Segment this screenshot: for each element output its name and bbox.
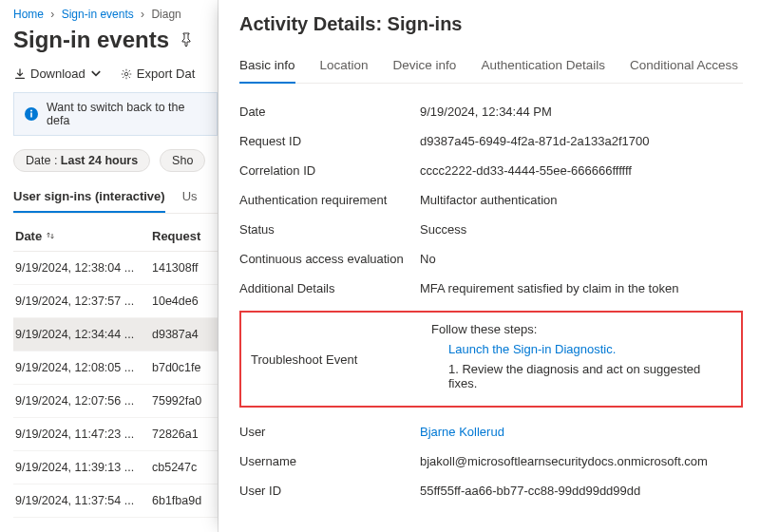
breadcrumb-home[interactable]: Home (13, 8, 44, 21)
field-date-key: Date (239, 104, 420, 119)
left-panel: Home › Sign-in events › Diagn Sign-in ev… (0, 0, 218, 532)
table-row[interactable]: 9/19/2024, 11:37:54 ...6b1fba9d (13, 484, 218, 518)
cell-request-id: 10e4de6 (146, 294, 218, 308)
field-correlation-id: Correlation ID cccc2222-dd33-4444-55ee-6… (239, 156, 743, 185)
details-title: Activity Details: Sign-ins (239, 13, 743, 35)
field-additional-details-key: Additional Details (239, 281, 420, 295)
cell-request-id: b7d0c1fe (146, 361, 218, 374)
details-tabs: Basic info Location Device info Authenti… (239, 52, 743, 84)
col-header-request[interactable]: Request (146, 229, 218, 243)
svg-rect-2 (30, 113, 32, 118)
col-header-date[interactable]: Date (13, 229, 146, 243)
field-troubleshoot-val: Follow these steps: Launch the Sign-in D… (431, 322, 732, 396)
field-troubleshoot-key: Troubleshoot Event (251, 322, 431, 396)
cell-date: 9/19/2024, 12:38:04 ... (13, 261, 146, 275)
svg-point-0 (124, 72, 128, 76)
table-row[interactable]: 9/19/2024, 11:47:23 ...72826a1 (13, 418, 218, 451)
field-cae: Continuous access evaluation No (239, 244, 743, 274)
field-username-val: bjakoll@microsoftlearnsecuritydocs.onmic… (420, 454, 743, 468)
grid-header: Date Request (13, 219, 218, 252)
tab-conditional-access[interactable]: Conditional Access (630, 52, 738, 83)
table-row[interactable]: 9/19/2024, 12:37:57 ...10e4de6 (13, 285, 218, 318)
troubleshoot-follow: Follow these steps: (431, 322, 732, 336)
tab-location[interactable]: Location (320, 52, 369, 83)
cell-date: 9/19/2024, 11:39:13 ... (13, 461, 146, 474)
cell-request-id: 141308ff (146, 261, 218, 275)
field-status-key: Status (239, 222, 420, 237)
field-status: Status Success (239, 215, 743, 244)
tab-device-info[interactable]: Device info (393, 52, 457, 83)
show-filter-pill[interactable]: Sho (160, 149, 205, 172)
grid-body: 9/19/2024, 12:38:04 ...141308ff9/19/2024… (13, 252, 218, 518)
info-icon (24, 106, 39, 122)
subtab-interactive[interactable]: User sign-ins (interactive) (13, 183, 165, 213)
cell-request-id: 75992fa0 (146, 394, 218, 408)
tab-basic-info[interactable]: Basic info (239, 52, 295, 84)
field-user-id-key: User ID (239, 484, 420, 498)
page-title: Sign-in events (13, 27, 169, 53)
field-username-key: Username (239, 454, 420, 468)
signin-subtabs: User sign-ins (interactive) Us (13, 183, 218, 214)
field-cae-val: No (420, 252, 743, 266)
field-cae-key: Continuous access evaluation (239, 252, 420, 266)
cell-date: 9/19/2024, 11:47:23 ... (13, 428, 146, 441)
field-request-id-val: d9387a45-6949-4f2a-871d-2a133a2f1700 (420, 134, 743, 148)
date-filter-value: Last 24 hours (61, 154, 138, 167)
filter-row: Date : Last 24 hours Sho (13, 149, 218, 172)
details-panel: Activity Details: Sign-ins Basic info Lo… (218, 0, 760, 532)
svg-point-3 (30, 110, 32, 112)
table-row[interactable]: 9/19/2024, 11:39:13 ...cb5247c (13, 451, 218, 484)
export-button[interactable]: Export Dat (120, 66, 195, 81)
field-user-id: User ID 55ff55ff-aa66-bb77-cc88-99dd99dd… (239, 476, 743, 505)
field-user-key: User (239, 425, 420, 439)
table-row[interactable]: 9/19/2024, 12:07:56 ...75992fa0 (13, 385, 218, 418)
field-date: Date 9/19/2024, 12:34:44 PM (239, 97, 743, 126)
info-banner-text: Want to switch back to the defa (47, 101, 207, 127)
cell-date: 9/19/2024, 12:07:56 ... (13, 394, 146, 408)
command-bar: Download Export Dat (13, 66, 218, 81)
download-label: Download (30, 66, 86, 81)
cell-request-id: 72826a1 (146, 428, 218, 441)
date-filter-pill[interactable]: Date : Last 24 hours (13, 149, 150, 172)
breadcrumb-current: Diagn (151, 8, 180, 21)
field-auth-requirement-val: Multifactor authentication (420, 193, 743, 207)
show-filter-label: Sho (172, 154, 193, 167)
troubleshoot-step-1: 1. Review the diagnosis and act on sugge… (431, 362, 732, 390)
subtab-other[interactable]: Us (182, 183, 198, 213)
field-username: Username bjakoll@microsoftlearnsecurityd… (239, 446, 743, 476)
cell-date: 9/19/2024, 12:08:05 ... (13, 361, 146, 374)
cell-request-id: 6b1fba9d (146, 494, 218, 507)
field-user: User Bjarne Kollerud (239, 417, 743, 446)
user-link[interactable]: Bjarne Kollerud (420, 425, 504, 439)
page-title-row: Sign-in events (13, 27, 218, 53)
pin-icon[interactable] (179, 31, 194, 49)
field-additional-details-val: MFA requirement satisfied by claim in th… (420, 281, 743, 295)
cell-date: 9/19/2024, 11:37:54 ... (13, 494, 146, 507)
field-date-val: 9/19/2024, 12:34:44 PM (420, 104, 743, 119)
export-label: Export Dat (137, 66, 195, 81)
chevron-down-icon (89, 67, 103, 81)
chevron-right-icon: › (50, 8, 54, 21)
cell-date: 9/19/2024, 12:34:44 ... (13, 328, 146, 341)
table-row[interactable]: 9/19/2024, 12:38:04 ...141308ff (13, 252, 218, 285)
breadcrumb-signin[interactable]: Sign-in events (62, 8, 134, 21)
date-filter-label: Date : (26, 154, 61, 167)
breadcrumb: Home › Sign-in events › Diagn (13, 8, 218, 21)
field-status-val: Success (420, 222, 743, 237)
tab-auth-details[interactable]: Authentication Details (481, 52, 605, 83)
field-auth-requirement: Authentication requirement Multifactor a… (239, 185, 743, 215)
chevron-right-icon: › (141, 8, 144, 21)
field-correlation-id-val: cccc2222-dd33-4444-55ee-666666ffffff (420, 163, 743, 178)
table-row[interactable]: 9/19/2024, 12:08:05 ...b7d0c1fe (13, 352, 218, 385)
cell-date: 9/19/2024, 12:37:57 ... (13, 294, 146, 308)
launch-diagnostic-link[interactable]: Launch the Sign-in Diagnostic. (448, 342, 616, 356)
field-correlation-id-key: Correlation ID (239, 163, 420, 178)
field-request-id-key: Request ID (239, 134, 420, 148)
download-button[interactable]: Download (13, 66, 103, 81)
table-row[interactable]: 9/19/2024, 12:34:44 ...d9387a4 (13, 318, 218, 352)
col-header-date-label: Date (15, 229, 42, 243)
sort-icon (46, 229, 55, 243)
info-banner: Want to switch back to the defa (13, 92, 218, 136)
settings-icon (120, 67, 133, 81)
cell-request-id: cb5247c (146, 461, 218, 474)
